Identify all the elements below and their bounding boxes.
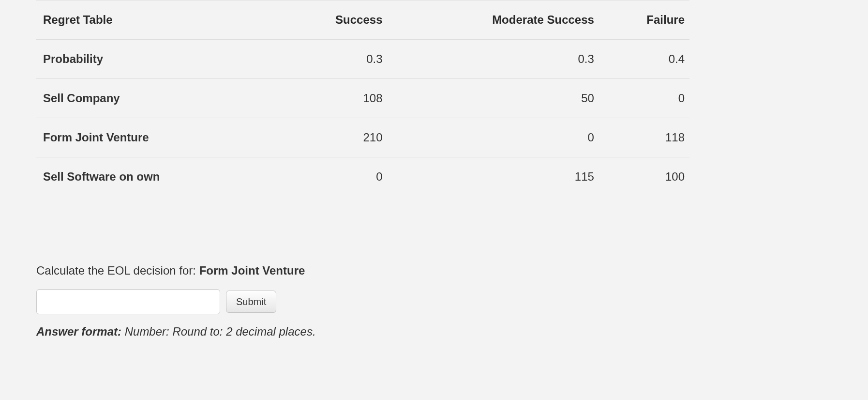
regret-table: Regret Table Success Moderate Success Fa…	[36, 0, 689, 196]
cell-value: 0.3	[280, 40, 388, 79]
table-row: Probability 0.3 0.3 0.4	[36, 40, 689, 79]
cell-value: 115	[388, 157, 599, 197]
col-header-failure: Failure	[599, 0, 689, 40]
row-label-probability: Probability	[36, 40, 280, 79]
col-header-success: Success	[280, 0, 388, 40]
row-label-form-joint-venture: Form Joint Venture	[36, 118, 280, 157]
table-row: Sell Software on own 0 115 100	[36, 157, 689, 197]
cell-value: 0	[280, 157, 388, 197]
answer-format: Answer format: Number: Round to: 2 decim…	[36, 325, 689, 338]
cell-value: 50	[388, 79, 599, 118]
cell-value: 108	[280, 79, 388, 118]
answer-format-label: Answer format:	[36, 325, 121, 338]
question-text: Calculate the EOL decision for: Form Joi…	[36, 264, 689, 277]
cell-value: 0	[599, 79, 689, 118]
cell-value: 118	[599, 118, 689, 157]
question-target: Form Joint Venture	[199, 264, 305, 277]
cell-value: 0.3	[388, 40, 599, 79]
cell-value: 210	[280, 118, 388, 157]
question-prefix: Calculate the EOL decision for:	[36, 264, 199, 277]
answer-format-text: Number: Round to: 2 decimal places.	[121, 325, 316, 338]
cell-value: 100	[599, 157, 689, 197]
cell-value: 0	[388, 118, 599, 157]
answer-input[interactable]	[36, 289, 220, 314]
row-label-sell-company: Sell Company	[36, 79, 280, 118]
submit-button[interactable]: Submit	[226, 291, 276, 313]
cell-value: 0.4	[599, 40, 689, 79]
col-header-regret-table: Regret Table	[36, 0, 280, 40]
col-header-moderate-success: Moderate Success	[388, 0, 599, 40]
table-header-row: Regret Table Success Moderate Success Fa…	[36, 0, 689, 40]
row-label-sell-software-own: Sell Software on own	[36, 157, 280, 197]
table-row: Form Joint Venture 210 0 118	[36, 118, 689, 157]
table-row: Sell Company 108 50 0	[36, 79, 689, 118]
